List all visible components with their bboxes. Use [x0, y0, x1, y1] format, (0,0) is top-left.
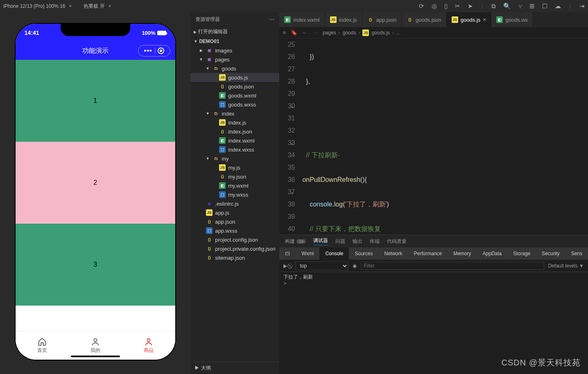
more-icon[interactable]: ⋯ — [269, 17, 274, 23]
editor-tabs: ◧index.wxml JSindex.js {}app.json {}good… — [279, 12, 588, 27]
branch-icon[interactable]: ⑂ — [518, 3, 522, 10]
file-app-wxss[interactable]: ⬚app.wxss — [190, 226, 279, 235]
wxml-icon: ◧ — [219, 182, 226, 189]
breadcrumb[interactable]: pages› goods› JSgoods.js› ... — [323, 29, 400, 36]
home-icon — [38, 337, 47, 346]
folder-index[interactable]: ▼🗀index — [190, 109, 279, 118]
files-icon[interactable]: ⧉ — [491, 2, 496, 10]
search-icon[interactable]: 🔍 — [503, 2, 511, 10]
fold-icon[interactable]: ⌄ — [290, 100, 294, 112]
back-icon[interactable]: ← — [302, 29, 308, 36]
file-my-wxml[interactable]: ◧my.wxml — [190, 181, 279, 190]
folder-pages[interactable]: ▼▣pages — [190, 55, 279, 64]
pull-icon[interactable]: ⇥ — [579, 2, 585, 10]
file-index-wxss[interactable]: ⬚index.wxss — [190, 145, 279, 154]
tab-network[interactable]: Network — [378, 247, 408, 260]
hot-reload-label[interactable]: 热重载 开 — [84, 3, 104, 10]
inspect-icon[interactable]: ⮹ — [279, 247, 296, 260]
code-lines[interactable]: }) }, // 下拉刷新- onPullDownRefresh(){ cons… — [302, 39, 588, 235]
arrow-icon[interactable]: ➤ — [468, 2, 473, 10]
cloud-icon[interactable]: ☁ — [555, 2, 561, 10]
file-my-json[interactable]: {}my.json — [190, 172, 279, 181]
tab-sources[interactable]: Sources — [349, 247, 378, 260]
tab-performance[interactable]: Performance — [408, 247, 448, 260]
tab-console[interactable]: Console — [319, 247, 349, 260]
file-app-json[interactable]: {}app.json — [190, 217, 279, 226]
file-goods-wxml[interactable]: ◧goods.wxml — [190, 91, 279, 100]
forward-icon[interactable]: → — [312, 29, 318, 36]
phone-notch — [61, 24, 130, 36]
folder-my[interactable]: ▼🗀my — [190, 154, 279, 163]
fold-icon[interactable]: ⌄ — [290, 137, 294, 149]
extension-icon[interactable]: ⊞ — [529, 2, 535, 10]
console-prompt[interactable]: > — [283, 281, 584, 286]
close-icon[interactable]: × — [483, 16, 486, 23]
list-item[interactable]: 1 — [16, 60, 175, 142]
file-goods-json[interactable]: {}goods.json — [190, 82, 279, 91]
file-sitemap[interactable]: {}sitemap.json — [190, 253, 279, 262]
capsule-button[interactable]: ••• — [138, 45, 170, 57]
wxss-icon: ⬚ — [206, 227, 213, 234]
file-goods-js[interactable]: JSgoods.js — [190, 73, 279, 82]
file-index-json[interactable]: {}index.json — [190, 127, 279, 136]
tab-terminal[interactable]: 终端 — [370, 238, 380, 245]
bottom-panel: 构建 14 调试器 问题 输出 终端 代码质量 ⮹ Wxml Console S… — [279, 235, 588, 374]
close-icon[interactable] — [158, 48, 164, 54]
outline-section[interactable]: ▶ 大纲 — [190, 362, 279, 374]
tab-wxml[interactable]: Wxml — [296, 247, 319, 260]
open-editors-section[interactable]: ▶打开的编辑器 — [190, 27, 279, 37]
phone-body[interactable]: 1 2 3 — [16, 60, 175, 331]
bookmark-icon[interactable]: 🔖 — [291, 29, 297, 36]
file-goods-wxss[interactable]: ⬚goods.wxss — [190, 100, 279, 109]
list-item[interactable]: 3 — [16, 224, 175, 306]
file-eslint[interactable]: ◉.eslintrc.js — [190, 199, 279, 208]
tab-appdata[interactable]: AppData — [477, 247, 508, 260]
tab-app-json[interactable]: {}app.json — [362, 12, 402, 27]
play-icon[interactable]: ▶ — [283, 263, 287, 269]
tab-debugger[interactable]: 调试器 — [313, 237, 328, 245]
record-icon[interactable]: ◎ — [432, 2, 437, 10]
list-icon[interactable]: ≡ — [283, 29, 286, 36]
tab-build[interactable]: 构建 14 — [285, 238, 305, 245]
tab-index-js[interactable]: JSindex.js — [325, 12, 362, 27]
tab-home[interactable]: 首页 — [16, 331, 69, 360]
tab-goods-json[interactable]: {}goods.json — [402, 12, 447, 27]
menu-icon[interactable]: ••• — [142, 47, 155, 54]
list-item[interactable]: 2 — [16, 142, 175, 224]
folder-images[interactable]: ▶▣images — [190, 46, 279, 55]
device-label[interactable]: iPhone 12/13 (Pro) 100% 16 — [3, 3, 65, 9]
levels-select[interactable]: Default levels ▼ — [548, 263, 584, 269]
fold-icon[interactable]: ⌄ — [290, 186, 294, 198]
cut-icon[interactable]: ✂ — [455, 2, 460, 10]
file-my-wxss[interactable]: ⬚my.wxss — [190, 190, 279, 199]
tab-storage[interactable]: Storage — [507, 247, 536, 260]
file-index-wxml[interactable]: ◧index.wxml — [190, 136, 279, 145]
eye-icon[interactable]: ◉ — [353, 263, 357, 269]
file-my-js[interactable]: JSmy.js — [190, 163, 279, 172]
console-output[interactable]: 下拉了，刷新 > — [279, 272, 588, 374]
tab-problems[interactable]: 问题 — [335, 238, 345, 245]
file-index-js[interactable]: JSindex.js — [190, 118, 279, 127]
tab-sensor[interactable]: Sens — [565, 247, 588, 260]
tab-goods-wxss[interactable]: ◧goods.wx — [491, 12, 533, 27]
tab-quality[interactable]: 代码质量 — [387, 238, 407, 245]
tab-security[interactable]: Security — [536, 247, 565, 260]
refresh-icon[interactable]: ⟳ — [419, 2, 424, 10]
tab-memory[interactable]: Memory — [448, 247, 477, 260]
tab-output[interactable]: 输出 — [353, 238, 362, 245]
reload-dropdown-icon[interactable]: ▼ — [108, 4, 112, 8]
tab-goods-js[interactable]: JSgoods.js× — [447, 12, 492, 27]
file-projectprivate[interactable]: {}project.private.config.json — [190, 244, 279, 253]
tab-index-wxml[interactable]: ◧index.wxml — [279, 12, 325, 27]
file-projectconfig[interactable]: {}project.config.json — [190, 235, 279, 244]
filter-input[interactable] — [361, 262, 544, 270]
device-icon[interactable]: ▯ — [444, 2, 448, 10]
file-app-js[interactable]: JSapp.js — [190, 208, 279, 217]
folder-goods[interactable]: ▼🗀goods — [190, 64, 279, 73]
box-icon[interactable]: ☐ — [542, 2, 547, 10]
project-section[interactable]: ▼DEMO01 — [190, 37, 279, 46]
tab-goods[interactable]: 商品 — [122, 331, 175, 360]
device-dropdown-icon[interactable]: ▼ — [68, 4, 72, 8]
code-area[interactable]: 2526272829 30⌄ 3132 33⌄ 343536 37⌄ 38394… — [279, 39, 588, 235]
context-select[interactable]: top — [295, 261, 348, 270]
